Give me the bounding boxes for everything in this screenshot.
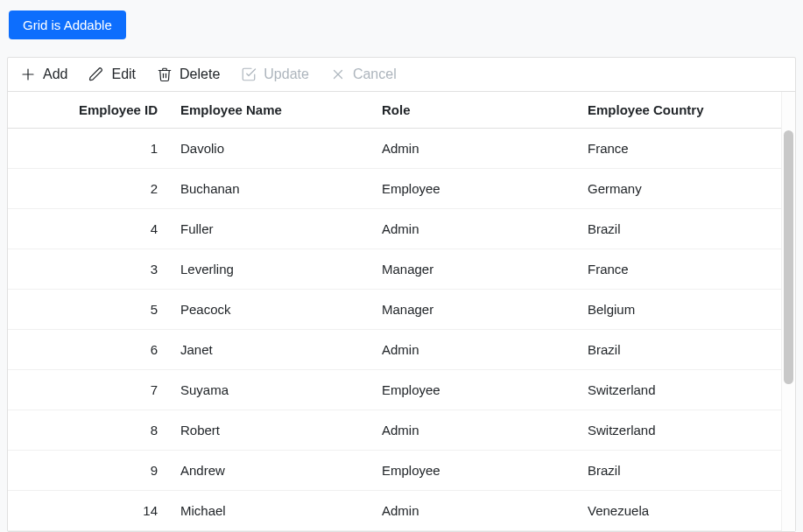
table-row[interactable]: 14MichaelAdminVenezuela [8,491,781,531]
cell-country: Venezuela [577,491,781,531]
scrollbar-thumb[interactable] [784,130,793,384]
cell-role: Manager [371,290,577,330]
cell-name: Leverling [170,249,371,290]
cell-country: Switzerland [577,410,781,451]
cell-country: France [577,129,781,169]
cell-name: Robert [170,410,371,451]
table-row[interactable]: 8RobertAdminSwitzerland [8,410,781,451]
add-label: Add [43,66,67,82]
cell-role: Admin [371,410,577,451]
cell-id: 7 [8,370,170,410]
table-row[interactable]: 1DavolioAdminFrance [8,129,781,169]
grid-addable-button[interactable]: Grid is Addable [9,10,126,39]
cell-country: France [577,249,781,290]
cell-id: 5 [8,290,170,330]
cell-id: 8 [8,410,170,451]
update-button: Update [241,66,309,82]
trash-icon [157,66,173,82]
cell-id: 14 [8,491,170,531]
pencil-icon [88,66,104,82]
table-row[interactable]: 7SuyamaEmployeeSwitzerland [8,370,781,410]
cell-id: 1 [8,129,170,169]
update-label: Update [264,66,309,82]
cell-country: Brazil [577,451,781,491]
cell-id: 3 [8,249,170,290]
cell-role: Admin [371,491,577,531]
add-button[interactable]: Add [20,66,67,82]
cell-country: Brazil [577,330,781,370]
cell-name: Peacock [170,290,371,330]
cell-role: Manager [371,249,577,290]
cell-country: Brazil [577,209,781,249]
col-header-role[interactable]: Role [371,92,577,129]
cell-name: Andrew [170,451,371,491]
cancel-label: Cancel [353,66,397,82]
delete-button[interactable]: Delete [157,66,220,82]
table-row[interactable]: 5PeacockManagerBelgium [8,290,781,330]
employee-table: Employee ID Employee Name Role Employee … [8,92,781,531]
cell-country: Belgium [577,290,781,330]
table-row[interactable]: 3LeverlingManagerFrance [8,249,781,290]
table-row[interactable]: 2BuchananEmployeeGermany [8,169,781,209]
cell-role: Employee [371,370,577,410]
cell-name: Buchanan [170,169,371,209]
edit-label: Edit [111,66,136,82]
table-row[interactable]: 9AndrewEmployeeBrazil [8,451,781,491]
col-header-id[interactable]: Employee ID [8,92,170,129]
plus-icon [20,66,36,82]
table-row[interactable]: 6JanetAdminBrazil [8,330,781,370]
edit-button[interactable]: Edit [88,66,136,82]
cell-name: Davolio [170,129,371,169]
check-square-icon [241,66,257,82]
vertical-scrollbar[interactable] [781,92,795,531]
cell-name: Fuller [170,209,371,249]
cell-id: 6 [8,330,170,370]
cell-role: Admin [371,209,577,249]
grid: Add Edit Delete Update Cancel [7,57,796,532]
cell-role: Employee [371,451,577,491]
table-row[interactable]: 4FullerAdminBrazil [8,209,781,249]
cell-country: Switzerland [577,370,781,410]
cell-name: Suyama [170,370,371,410]
cell-role: Admin [371,129,577,169]
x-icon [330,66,346,82]
header-row: Employee ID Employee Name Role Employee … [8,92,781,129]
cell-id: 2 [8,169,170,209]
col-header-name[interactable]: Employee Name [170,92,371,129]
cell-country: Germany [577,169,781,209]
delete-label: Delete [180,66,220,82]
cell-id: 9 [8,451,170,491]
cell-name: Michael [170,491,371,531]
cell-role: Admin [371,330,577,370]
cell-role: Employee [371,169,577,209]
col-header-country[interactable]: Employee Country [577,92,781,129]
cell-name: Janet [170,330,371,370]
cell-id: 4 [8,209,170,249]
cancel-button: Cancel [330,66,397,82]
toolbar: Add Edit Delete Update Cancel [8,58,795,92]
